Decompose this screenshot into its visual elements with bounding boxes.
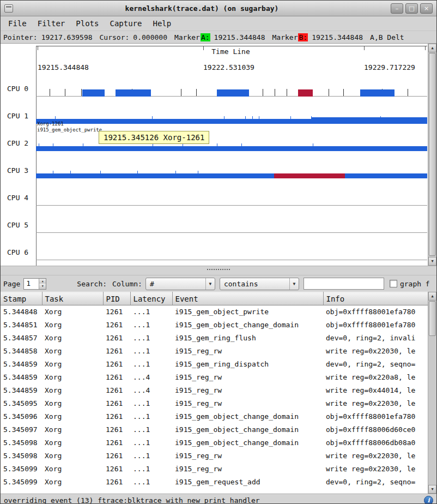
table-cell: i915_reg_rw (172, 463, 323, 476)
cpu-plot[interactable] (36, 157, 427, 184)
table-cell: ...1 (130, 463, 172, 476)
table-row[interactable]: 5.345099Xorg1261...1i915_reg_rwwrite reg… (1, 463, 428, 476)
cpu-plot[interactable] (36, 212, 427, 239)
table-cell: ...1 (130, 345, 172, 358)
cpu-row: CPU 2 (1, 130, 436, 157)
cpu-plot[interactable] (36, 184, 427, 212)
cpu-label: CPU 1 (1, 103, 36, 130)
table-row[interactable]: 5.344859Xorg1261...4i915_reg_rwwrite reg… (1, 371, 428, 384)
cpu-label: CPU 6 (1, 239, 36, 266)
maximize-icon: □ (409, 5, 414, 12)
table-cell: 5.344857 (1, 332, 42, 345)
maximize-button[interactable]: □ (405, 3, 418, 14)
table-row[interactable]: 5.345099Xorg1261...1i915_gem_request_add… (1, 476, 428, 489)
marker-a-chip[interactable]: A: (201, 33, 210, 41)
cursor-readout: Cursor: 0.000000 (100, 33, 167, 41)
table-cell: obj=0xffff88006db08a0 (323, 436, 428, 449)
graph-scrollbar[interactable]: ▲ ▼ (428, 44, 436, 266)
task-bar (298, 89, 313, 97)
col-header-info[interactable]: Info (323, 292, 428, 305)
scrollbar-thumb[interactable] (429, 53, 436, 256)
table-cell: 5.345096 (1, 410, 42, 423)
scroll-up-button[interactable]: ▲ (428, 292, 436, 301)
info-icon[interactable]: i (424, 496, 433, 504)
match-selected-value: contains (220, 280, 289, 288)
table-cell: 5.344859 (1, 371, 42, 384)
col-header-event[interactable]: Event (172, 292, 323, 305)
table-cell: 5.345098 (1, 449, 42, 463)
close-button[interactable]: × (420, 3, 433, 14)
table-row[interactable]: 5.344848Xorg1261...1i915_gem_object_pwri… (1, 305, 428, 319)
search-input[interactable] (304, 278, 384, 290)
table-cell: 1261 (103, 305, 130, 319)
table-row[interactable]: 5.345096Xorg1261...1i915_gem_object_chan… (1, 410, 428, 423)
menu-file[interactable]: File (3, 16, 32, 31)
table-cell: i915_reg_rw (172, 345, 323, 358)
menu-help[interactable]: Help (147, 16, 177, 31)
search-toolbar: Page 1 ▲ ▼ Search: Column: # ▼ contains … (1, 275, 436, 292)
task-bar (311, 117, 427, 124)
cpu-baseline (36, 232, 427, 233)
page-down-button[interactable]: ▼ (39, 284, 46, 289)
marker-b-value: 19215.344848 (312, 33, 363, 41)
table-cell: 5.345099 (1, 476, 42, 489)
titlebar[interactable]: kernelshark(trace.dat) (on sugarbay) – □… (1, 1, 436, 16)
scroll-up-button[interactable]: ▲ (428, 44, 436, 52)
table-row[interactable]: 5.344851Xorg1261...1i915_gem_object_chan… (1, 319, 428, 332)
column-label: Column: (112, 280, 142, 288)
col-header-latency[interactable]: Latency (130, 292, 172, 305)
scroll-down-button[interactable]: ▼ (428, 485, 436, 494)
menu-filter[interactable]: Filter (32, 16, 71, 31)
table-row[interactable]: 5.345097Xorg1261...1i915_gem_object_chan… (1, 423, 428, 436)
table-cell: 5.344858 (1, 345, 42, 358)
table-cell: 1261 (103, 332, 130, 345)
pointer-label: Pointer: (3, 33, 38, 41)
event-tick (287, 89, 287, 96)
table-row[interactable]: 5.344859Xorg1261...1i915_gem_ring_dispat… (1, 358, 428, 371)
graph-title: Time Line (36, 47, 426, 56)
table-row[interactable]: 5.345098Xorg1261...1i915_gem_object_chan… (1, 436, 428, 449)
table-header-row: Stamp Task PID Latency Event Info (1, 292, 428, 305)
table-cell: ...1 (130, 332, 172, 345)
marker-b-readout: Marker B: 19215.344848 (272, 33, 363, 41)
table-row[interactable]: 5.344858Xorg1261...1i915_reg_rwwrite reg… (1, 345, 428, 358)
task-bar (360, 89, 394, 97)
match-select[interactable]: contains ▼ (220, 278, 299, 290)
column-select[interactable]: # ▼ (145, 278, 215, 290)
table-cell: Xorg (42, 397, 103, 410)
page-spinner[interactable]: 1 ▲ ▼ (23, 278, 46, 290)
table-cell: 1261 (103, 463, 130, 476)
cpu-plot[interactable] (36, 75, 427, 103)
table-row[interactable]: 5.345098Xorg1261...1i915_reg_rwwrite reg… (1, 449, 428, 463)
delta-label: A,B Delt (370, 33, 404, 41)
splitter-grip-icon (207, 269, 230, 270)
cursor-value: 0.000000 (133, 33, 167, 41)
event-tick (65, 89, 65, 96)
menu-capture[interactable]: Capture (104, 16, 147, 31)
table-row[interactable]: 5.345095Xorg1261...1i915_reg_rwwrite reg… (1, 397, 428, 410)
col-header-stamp[interactable]: Stamp (1, 292, 42, 305)
cpu-label: CPU 0 (1, 75, 36, 103)
marker-b-chip[interactable]: B: (298, 33, 308, 41)
graph-follows-checkbox[interactable] (390, 280, 397, 287)
pane-splitter[interactable] (1, 269, 436, 275)
menu-plots[interactable]: Plots (70, 16, 104, 31)
page-up-button[interactable]: ▲ (39, 279, 46, 284)
col-header-pid[interactable]: PID (103, 292, 130, 305)
axis-label-start: 19215.344848 (38, 63, 89, 71)
table-cell: Xorg (42, 436, 103, 449)
table-scrollbar[interactable]: ▲ ▼ (428, 292, 436, 494)
scroll-down-button[interactable]: ▼ (428, 257, 436, 266)
pointer-bar: Pointer: 19217.639598 Cursor: 0.000000 M… (1, 31, 436, 44)
table-cell: i915_gem_object_change_domain (172, 410, 323, 423)
cpu-plot[interactable] (36, 130, 427, 157)
cpu-plot[interactable] (36, 239, 427, 266)
table-row[interactable]: 5.344857Xorg1261...1i915_gem_ring_flushd… (1, 332, 428, 345)
table-cell: Xorg (42, 410, 103, 423)
table-cell: 1261 (103, 371, 130, 384)
table-row[interactable]: 5.344859Xorg1261...4i915_reg_rwwrite reg… (1, 384, 428, 397)
col-header-task[interactable]: Task (42, 292, 103, 305)
scrollbar-thumb[interactable] (429, 301, 436, 336)
minimize-button[interactable]: – (391, 3, 403, 14)
table-cell: 5.345095 (1, 397, 42, 410)
